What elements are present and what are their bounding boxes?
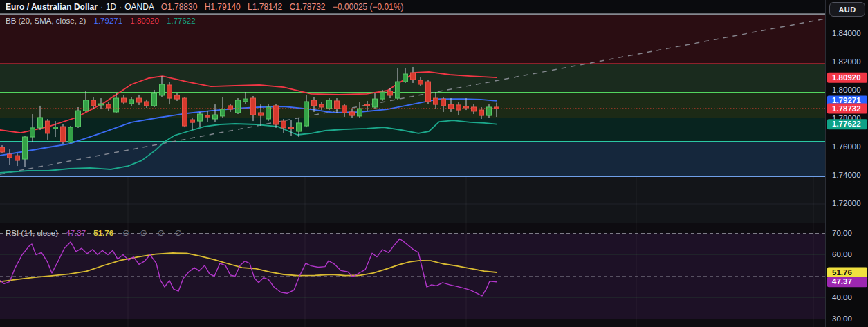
- candle-down: [8, 154, 12, 158]
- rsi-ma-value: 51.76: [93, 229, 113, 237]
- candle-up: [30, 128, 35, 137]
- candle-up: [358, 109, 362, 116]
- candle-up: [76, 111, 81, 127]
- candle-down: [350, 112, 355, 115]
- candle-down: [411, 73, 416, 80]
- price-tick-label: 1.80000: [832, 86, 861, 94]
- candle-up: [160, 84, 165, 95]
- bb-indicator-legend[interactable]: BB (20, SMA, close, 2) 1.79271 1.80920 1…: [6, 17, 196, 25]
- candle-down: [145, 102, 149, 106]
- candle-up: [53, 127, 58, 129]
- candle-down: [91, 100, 96, 106]
- price-tick-label: 1.72000: [832, 199, 861, 207]
- candle-down: [61, 127, 66, 142]
- candle-down: [0, 147, 5, 152]
- teal-support-zone: [0, 118, 825, 142]
- candle-up: [304, 102, 309, 126]
- candle-up: [396, 82, 400, 98]
- symbol-header: Euro / Australian Dollar·1D·OANDA O1.788…: [6, 2, 404, 12]
- candle-up: [129, 100, 134, 104]
- candle-up: [221, 109, 225, 116]
- rsi-value: 47.37: [66, 229, 86, 237]
- candle-up: [84, 100, 89, 111]
- candle-up: [236, 100, 241, 113]
- price-badge-label: 1.78732: [832, 104, 861, 113]
- candle-down: [122, 98, 127, 102]
- candle-down: [46, 121, 50, 133]
- rsi-tick-label: 40.00: [832, 293, 852, 301]
- candle-down: [342, 106, 347, 113]
- candle-down: [259, 113, 264, 115]
- candle-down: [456, 105, 461, 110]
- change-value: −0.00025 (−0.01%): [333, 2, 404, 12]
- rsi-tick-label: 60.00: [832, 250, 852, 259]
- bb-basis-value: 1.79271: [94, 17, 123, 25]
- candle-down: [335, 101, 340, 109]
- candle-down: [137, 98, 142, 102]
- separator-dot: ·: [119, 2, 122, 12]
- candle-up: [152, 93, 157, 106]
- candle-down: [312, 100, 317, 106]
- support-resistance-zones: [0, 14, 825, 176]
- candle-down: [479, 110, 484, 115]
- tradingview-chart-window: 1.840001.820001.800001.780001.760001.740…: [0, 0, 868, 327]
- candle-down: [190, 120, 195, 122]
- candle-down: [388, 91, 393, 95]
- separator-dot: ·: [100, 2, 103, 12]
- candle-down: [289, 127, 294, 129]
- candle-down: [472, 107, 477, 111]
- rsi-legend-title[interactable]: RSI (14, close): [6, 229, 58, 237]
- candle-down: [205, 115, 210, 117]
- currency-selector-button[interactable]: AUD: [829, 2, 865, 17]
- chart-canvas[interactable]: 1.840001.820001.800001.780001.760001.740…: [0, 0, 868, 327]
- candle-down: [426, 82, 431, 102]
- price-badge-label: 1.77622: [832, 120, 861, 128]
- candle-down: [175, 95, 180, 99]
- bb-lower-value: 1.77622: [167, 17, 196, 25]
- candle-up: [380, 92, 385, 99]
- exchange-label[interactable]: OANDA: [124, 2, 154, 12]
- candle-up: [403, 74, 408, 82]
- price-badge-label: 1.80920: [832, 73, 861, 82]
- candle-down: [441, 99, 446, 106]
- price-tick-label: 1.76000: [832, 142, 861, 151]
- low-value: L1.78142: [248, 2, 282, 12]
- open-value: O1.78830: [161, 2, 198, 12]
- price-tick-label: 1.84000: [832, 29, 861, 37]
- rsi-empty-values: ∅ ∅ ∅ ∅: [122, 229, 186, 237]
- price-axis[interactable]: 1.840001.820001.800001.780001.760001.740…: [825, 0, 868, 327]
- blue-support-zone: [0, 142, 825, 176]
- candle-down: [449, 104, 454, 109]
- candle-up: [114, 98, 119, 112]
- candle-up: [38, 118, 43, 128]
- candle-up: [68, 127, 73, 142]
- candle-down: [183, 98, 187, 126]
- candle-up: [23, 137, 28, 159]
- close-value: C1.78732: [289, 2, 325, 12]
- candle-up: [297, 123, 302, 131]
- price-tick-label: 1.74000: [832, 171, 861, 179]
- bb-legend-title[interactable]: BB (20, SMA, close, 2): [6, 17, 86, 25]
- candle-up: [327, 100, 332, 109]
- candle-down: [418, 80, 423, 84]
- candle-down: [107, 104, 111, 108]
- candle-down: [15, 156, 20, 160]
- candle-down: [464, 106, 469, 108]
- candle-down: [434, 98, 438, 104]
- rsi-tick-label: 70.00: [832, 229, 852, 237]
- candle-up: [243, 99, 248, 102]
- price-tick-label: 1.82000: [832, 57, 861, 66]
- symbol-title[interactable]: Euro / Australian Dollar: [6, 2, 98, 12]
- candle-up: [213, 115, 218, 119]
- price-badge-label: 51.76: [832, 268, 852, 277]
- bb-upper-value: 1.80920: [130, 17, 159, 25]
- timeframe-label[interactable]: 1D: [106, 2, 116, 12]
- candle-down: [320, 104, 324, 107]
- candle-down: [365, 104, 370, 106]
- price-badge-label: 47.37: [832, 277, 852, 286]
- rsi-indicator-legend[interactable]: RSI (14, close) 47.37 51.76 ∅ ∅ ∅ ∅: [6, 228, 186, 238]
- candle-down: [251, 98, 256, 115]
- rsi-tick-label: 30.00: [832, 315, 852, 323]
- candle-up: [99, 104, 104, 105]
- high-value: H1.79140: [205, 2, 241, 12]
